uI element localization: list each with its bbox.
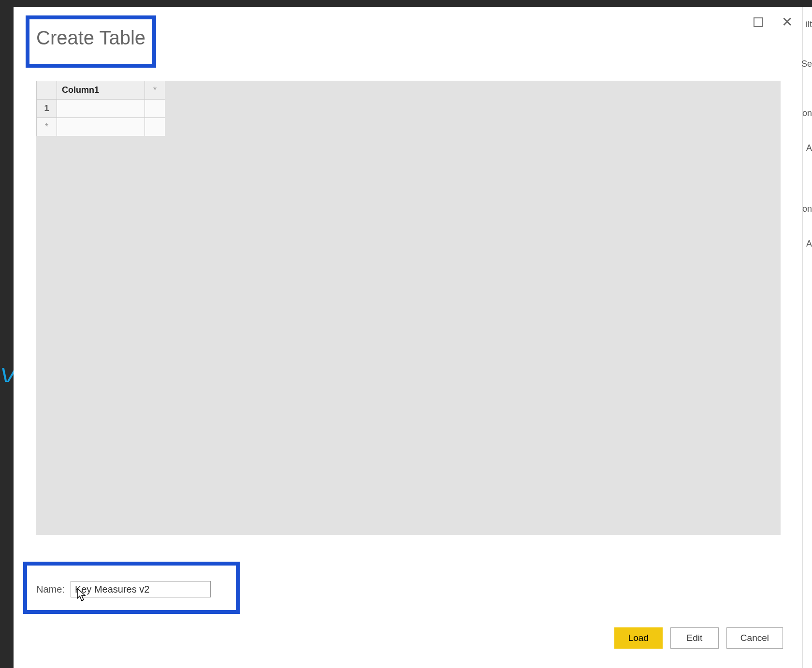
data-entry-grid[interactable]: Column1 * 1 * bbox=[36, 81, 165, 136]
maximize-icon[interactable] bbox=[754, 17, 763, 27]
panel-fragment: on bbox=[802, 204, 812, 214]
panel-fragment: ilt bbox=[806, 19, 812, 29]
new-row-cell-extra[interactable] bbox=[145, 118, 165, 136]
add-row-marker[interactable]: * bbox=[37, 118, 57, 136]
data-cell[interactable] bbox=[57, 100, 145, 118]
name-label: Name: bbox=[36, 584, 65, 595]
data-cell-extra[interactable] bbox=[145, 100, 165, 118]
edit-button[interactable]: Edit bbox=[670, 627, 719, 649]
grid-header-row: Column1 * bbox=[37, 81, 165, 100]
row-number: 1 bbox=[37, 100, 57, 118]
create-table-dialog: ✕ Create Table Column1 * 1 * Name: bbox=[14, 7, 802, 668]
panel-fragment: on bbox=[802, 108, 812, 118]
panel-fragment: A bbox=[806, 143, 812, 153]
table-name-input[interactable] bbox=[71, 581, 211, 597]
background-panel-sliver: ilt Se on A on A bbox=[802, 7, 812, 668]
load-button[interactable]: Load bbox=[614, 627, 663, 649]
panel-fragment: A bbox=[806, 239, 812, 249]
app-dark-frame-top bbox=[0, 0, 812, 7]
close-icon[interactable]: ✕ bbox=[782, 15, 793, 29]
app-dark-frame-left bbox=[0, 0, 14, 668]
table-row: 1 bbox=[37, 100, 165, 118]
table-grid-area[interactable]: Column1 * 1 * bbox=[36, 81, 781, 535]
grid-corner-cell bbox=[37, 81, 57, 100]
dialog-button-row: Load Edit Cancel bbox=[614, 627, 783, 649]
add-column-marker[interactable]: * bbox=[145, 81, 165, 100]
add-row: * bbox=[37, 118, 165, 136]
window-controls: ✕ bbox=[754, 15, 793, 29]
cancel-button[interactable]: Cancel bbox=[726, 627, 783, 649]
background-decoration: V bbox=[0, 363, 14, 382]
dialog-title: Create Table bbox=[36, 27, 145, 49]
column-header[interactable]: Column1 bbox=[57, 81, 145, 100]
new-row-cell[interactable] bbox=[57, 118, 145, 136]
panel-fragment: Se bbox=[801, 59, 812, 69]
name-field-row: Name: bbox=[36, 581, 211, 597]
